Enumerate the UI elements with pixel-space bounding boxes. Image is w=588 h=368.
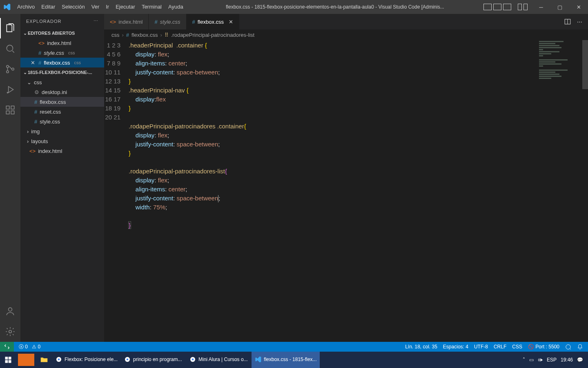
menu-archivo[interactable]: Archivo (14, 0, 38, 14)
file-explorer-icon[interactable] (36, 352, 52, 368)
maximize-button[interactable]: ▢ (550, 0, 569, 14)
svg-point-18 (58, 359, 60, 361)
tab-style-css[interactable]: #style.css (149, 14, 186, 29)
taskbar-window[interactable]: principio en program... (121, 352, 186, 368)
minimize-button[interactable]: ─ (532, 0, 550, 14)
notifications-icon[interactable] (577, 344, 583, 350)
open-editors-section[interactable]: ⌄EDITORES ABIERTOS (20, 28, 104, 38)
remote-indicator[interactable] (0, 342, 14, 352)
menu-editar[interactable]: Editar (38, 0, 58, 14)
folder-layouts[interactable]: ›layouts (20, 136, 104, 146)
split-editor-icon[interactable] (564, 18, 571, 25)
svg-point-22 (192, 359, 194, 361)
close-icon[interactable]: ✕ (229, 19, 233, 25)
taskbar-window[interactable]: Flexbox: Posicione ele... (52, 352, 121, 368)
taskbar-window[interactable]: Mini Alura | Cursos o... (186, 352, 252, 368)
tab-flexbox-css[interactable]: #flexbox.css✕ (187, 14, 240, 29)
activity-bar (0, 14, 20, 342)
vertical-scrollbar[interactable] (582, 40, 588, 342)
explorer-sidebar: EXPLORADOR ⋯ ⌄EDITORES ABIERTOS <>index.… (20, 14, 104, 342)
sidebar-title: EXPLORADOR (26, 19, 61, 24)
open-editor-item[interactable]: <>index.html (20, 38, 104, 48)
encoding[interactable]: UTF-8 (474, 344, 488, 350)
taskbar-window-active[interactable]: flexbox.css - 1815-flex... (252, 352, 320, 368)
svg-rect-14 (9, 357, 11, 360)
line-numbers: 1 2 3 4 5 6 7 8 9 10 11 12 13 14 15 16 1… (104, 40, 129, 342)
svg-rect-15 (5, 360, 8, 363)
folder-img[interactable]: ›img (20, 126, 104, 136)
editor-layout-controls[interactable] (483, 4, 528, 10)
language-mode[interactable]: CSS (512, 344, 522, 350)
svg-point-9 (9, 307, 12, 311)
tray-chevron-icon[interactable]: ˄ (523, 357, 525, 363)
source-control-icon[interactable] (0, 59, 20, 79)
window-title: flexbox.css - 1815-flexbox-posicione-ele… (187, 4, 483, 10)
svg-rect-7 (6, 111, 9, 114)
sidebar-more-icon[interactable]: ⋯ (94, 18, 98, 24)
code-content[interactable]: .headerPrincipal .container { display: f… (129, 40, 588, 342)
breadcrumbs[interactable]: css› #flexbox.css› ⠿.rodapePrincipal-pat… (104, 29, 588, 40)
windows-taskbar: Flexbox: Posicione ele... principio en p… (0, 352, 588, 368)
file-item[interactable]: <>index.html (20, 146, 104, 156)
warnings-count[interactable]: ⚠ 0 (32, 344, 40, 350)
svg-point-10 (9, 330, 12, 333)
svg-point-20 (127, 359, 129, 361)
svg-point-1 (7, 65, 9, 67)
menu-seleccion[interactable]: Selección (58, 0, 88, 14)
menu-ejecutar[interactable]: Ejecutar (112, 0, 138, 14)
file-item-selected[interactable]: #flexbox.css (20, 97, 104, 107)
project-section[interactable]: ⌄1815-FLEXBOX-POSICIONE-... (20, 67, 104, 77)
explorer-icon[interactable] (0, 18, 20, 38)
close-button[interactable]: ✕ (569, 0, 588, 14)
code-editor[interactable]: 1 2 3 4 5 6 7 8 9 10 11 12 13 14 15 16 1… (104, 40, 588, 342)
indentation[interactable]: Espacios: 4 (443, 344, 468, 350)
folder-css[interactable]: ⌄css (20, 77, 104, 87)
minimap[interactable] (537, 40, 582, 89)
menu-terminal[interactable]: Terminal (138, 0, 165, 14)
open-editor-item-active[interactable]: ✕#flexbox.csscss (20, 58, 104, 67)
app-menu: Archivo Editar Selección Ver Ir Ejecutar… (14, 0, 187, 14)
settings-gear-icon[interactable] (0, 321, 20, 342)
tray-volume-icon[interactable]: 🕪 (538, 357, 543, 363)
tab-index-html[interactable]: <>index.html (104, 14, 149, 29)
editor-tabs: <>index.html #style.css #flexbox.css✕ ⋯ (104, 14, 588, 29)
errors-count[interactable]: ⓧ 0 (19, 343, 28, 350)
menu-ver[interactable]: Ver (88, 0, 103, 14)
cursor-position[interactable]: Lín. 18, col. 35 (405, 344, 437, 350)
status-bar: ⓧ 0 ⚠ 0 Lín. 18, col. 35 Espacios: 4 UTF… (0, 342, 588, 352)
svg-rect-5 (6, 106, 9, 109)
search-icon[interactable] (0, 38, 20, 59)
svg-rect-6 (11, 106, 14, 109)
tray-notifications-icon[interactable]: 💬 (577, 357, 583, 363)
tray-language[interactable]: ESP (547, 357, 557, 363)
svg-rect-16 (9, 360, 11, 363)
editor-area: <>index.html #style.css #flexbox.css✕ ⋯ … (104, 14, 588, 342)
menu-ir[interactable]: Ir (102, 0, 112, 14)
svg-point-4 (7, 92, 8, 93)
close-icon[interactable]: ✕ (29, 60, 36, 66)
svg-point-3 (12, 68, 14, 70)
live-server-port[interactable]: 🚫 Port : 5500 (528, 344, 559, 350)
vscode-logo-icon (0, 3, 14, 11)
svg-point-0 (7, 45, 13, 51)
title-bar: Archivo Editar Selección Ver Ir Ejecutar… (0, 0, 588, 14)
svg-rect-13 (5, 357, 8, 360)
start-button[interactable] (0, 352, 16, 368)
extensions-icon[interactable] (0, 100, 20, 120)
svg-rect-8 (11, 111, 14, 114)
file-item[interactable]: #style.css (20, 117, 104, 126)
taskbar-app[interactable] (18, 354, 34, 366)
system-tray[interactable]: ˄ ▭ 🕪 ESP 19:46 💬 (523, 357, 588, 363)
open-editor-item[interactable]: #style.csscss (20, 48, 104, 58)
file-item[interactable]: #reset.css (20, 107, 104, 117)
tray-clock[interactable]: 19:46 (561, 357, 573, 363)
feedback-icon[interactable] (565, 344, 571, 350)
more-actions-icon[interactable]: ⋯ (577, 19, 582, 25)
eol[interactable]: CRLF (494, 344, 506, 350)
run-debug-icon[interactable] (0, 79, 20, 100)
accounts-icon[interactable] (0, 301, 20, 321)
tray-network-icon[interactable]: ▭ (529, 357, 534, 363)
file-item[interactable]: ⚙desktop.ini (20, 87, 104, 97)
menu-ayuda[interactable]: Ayuda (165, 0, 187, 14)
svg-point-2 (7, 71, 9, 73)
